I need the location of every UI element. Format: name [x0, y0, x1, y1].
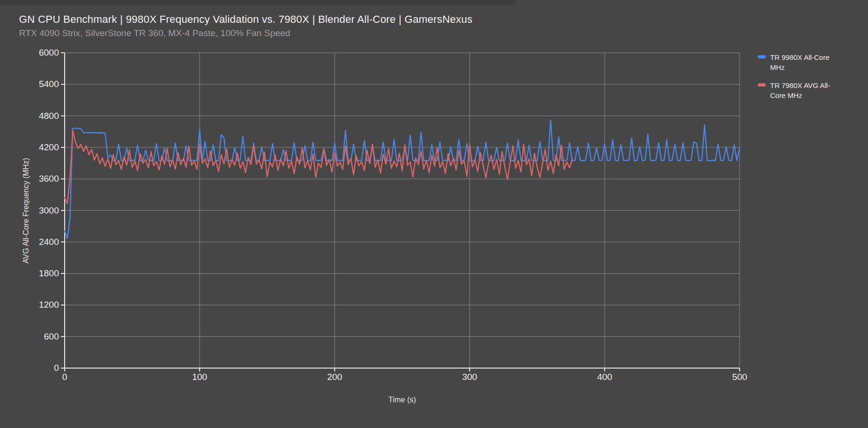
series-line-0	[65, 120, 740, 238]
legend-item-1: TR 7980X AVG All-Core MHz	[758, 80, 834, 100]
x-tick-label: 400	[586, 372, 624, 382]
y-tick-label: 3000	[18, 205, 59, 216]
y-tick-label: 4800	[18, 111, 59, 121]
legend-item-0: TR 9980X All-Core MHz	[758, 52, 834, 72]
y-tick-label: 2400	[18, 237, 59, 247]
legend-label: TR 7980X AVG All-Core MHz	[770, 80, 834, 100]
y-tick-label: 5400	[18, 79, 59, 89]
x-tick-label: 200	[316, 372, 354, 382]
legend-label: TR 9980X All-Core MHz	[770, 52, 834, 72]
y-tick-label: 4200	[18, 142, 59, 153]
y-tick-label: 1200	[18, 300, 59, 310]
page: GN CPU Benchmark | 9980X Frequency Valid…	[0, 0, 868, 428]
plot-area	[0, 0, 868, 428]
legend: TR 9980X All-Core MHzTR 7980X AVG All-Co…	[758, 52, 834, 108]
y-tick-label: 600	[18, 331, 59, 342]
series-line-1	[65, 131, 572, 204]
x-tick-label: 0	[46, 372, 84, 382]
legend-swatch-icon	[758, 55, 766, 58]
x-tick-label: 100	[181, 372, 219, 382]
legend-swatch-icon	[758, 83, 766, 87]
y-tick-label: 6000	[18, 48, 59, 58]
y-tick-label: 3600	[18, 174, 59, 184]
x-tick-label: 500	[721, 372, 759, 382]
y-tick-label: 1800	[18, 268, 59, 279]
x-axis-title: Time (s)	[388, 396, 416, 404]
x-tick-label: 300	[451, 372, 489, 382]
